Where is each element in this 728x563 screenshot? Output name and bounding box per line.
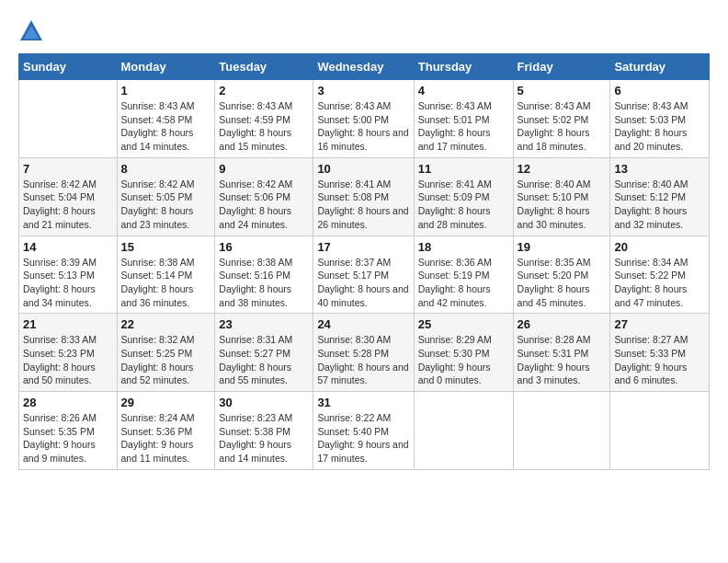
day-info: Sunrise: 8:23 AMSunset: 5:38 PMDaylight:… bbox=[219, 411, 309, 465]
day-info: Sunrise: 8:27 AMSunset: 5:33 PMDaylight:… bbox=[614, 333, 705, 387]
calendar-cell: 25Sunrise: 8:29 AMSunset: 5:30 PMDayligh… bbox=[414, 314, 513, 392]
day-info: Sunrise: 8:38 AMSunset: 5:16 PMDaylight:… bbox=[219, 256, 309, 310]
day-number: 24 bbox=[317, 317, 409, 331]
day-number: 17 bbox=[317, 240, 409, 254]
day-info: Sunrise: 8:32 AMSunset: 5:25 PMDaylight:… bbox=[121, 333, 211, 387]
calendar-week-row: 21Sunrise: 8:33 AMSunset: 5:23 PMDayligh… bbox=[19, 314, 710, 392]
day-number: 7 bbox=[23, 162, 113, 176]
day-info: Sunrise: 8:34 AMSunset: 5:22 PMDaylight:… bbox=[614, 256, 705, 310]
day-info: Sunrise: 8:43 AMSunset: 5:00 PMDaylight:… bbox=[317, 99, 409, 154]
day-info: Sunrise: 8:30 AMSunset: 5:28 PMDaylight:… bbox=[317, 333, 409, 387]
day-number: 11 bbox=[418, 162, 509, 176]
day-number: 21 bbox=[23, 317, 113, 331]
day-number: 1 bbox=[121, 84, 211, 98]
calendar-cell: 21Sunrise: 8:33 AMSunset: 5:23 PMDayligh… bbox=[19, 314, 118, 392]
calendar-cell: 29Sunrise: 8:24 AMSunset: 5:36 PMDayligh… bbox=[117, 392, 215, 470]
day-number: 20 bbox=[614, 240, 705, 254]
day-info: Sunrise: 8:41 AMSunset: 5:08 PMDaylight:… bbox=[317, 178, 409, 232]
day-info: Sunrise: 8:24 AMSunset: 5:36 PMDaylight:… bbox=[121, 411, 211, 465]
calendar-cell: 17Sunrise: 8:37 AMSunset: 5:17 PMDayligh… bbox=[313, 236, 414, 314]
calendar-cell: 5Sunrise: 8:43 AMSunset: 5:02 PMDaylight… bbox=[513, 80, 610, 158]
day-number: 18 bbox=[418, 240, 509, 254]
weekday-header: Monday bbox=[117, 54, 215, 80]
day-number: 8 bbox=[121, 162, 211, 176]
calendar-cell: 26Sunrise: 8:28 AMSunset: 5:31 PMDayligh… bbox=[513, 314, 610, 392]
calendar-cell: 15Sunrise: 8:38 AMSunset: 5:14 PMDayligh… bbox=[117, 236, 215, 314]
day-info: Sunrise: 8:26 AMSunset: 5:35 PMDaylight:… bbox=[23, 411, 113, 465]
day-number: 19 bbox=[518, 240, 607, 254]
calendar-cell: 28Sunrise: 8:26 AMSunset: 5:35 PMDayligh… bbox=[19, 392, 118, 470]
day-number: 14 bbox=[23, 240, 113, 254]
day-number: 29 bbox=[121, 396, 211, 409]
day-info: Sunrise: 8:39 AMSunset: 5:13 PMDaylight:… bbox=[23, 256, 113, 310]
calendar-cell: 27Sunrise: 8:27 AMSunset: 5:33 PMDayligh… bbox=[610, 314, 710, 392]
calendar-cell: 19Sunrise: 8:35 AMSunset: 5:20 PMDayligh… bbox=[513, 236, 610, 314]
calendar-cell: 11Sunrise: 8:41 AMSunset: 5:09 PMDayligh… bbox=[414, 157, 513, 236]
weekday-header: Saturday bbox=[610, 54, 710, 80]
calendar-week-row: 1Sunrise: 8:43 AMSunset: 4:58 PMDaylight… bbox=[19, 80, 710, 158]
weekday-header: Friday bbox=[513, 54, 610, 80]
day-number: 12 bbox=[518, 162, 607, 176]
day-number: 13 bbox=[614, 162, 705, 176]
day-number: 30 bbox=[219, 396, 309, 409]
calendar-cell: 2Sunrise: 8:43 AMSunset: 4:59 PMDaylight… bbox=[215, 80, 313, 158]
calendar-cell: 4Sunrise: 8:43 AMSunset: 5:01 PMDaylight… bbox=[414, 80, 513, 158]
calendar-cell: 20Sunrise: 8:34 AMSunset: 5:22 PMDayligh… bbox=[610, 236, 710, 314]
calendar-cell: 31Sunrise: 8:22 AMSunset: 5:40 PMDayligh… bbox=[313, 392, 414, 470]
day-number: 3 bbox=[317, 84, 409, 98]
day-info: Sunrise: 8:42 AMSunset: 5:06 PMDaylight:… bbox=[219, 178, 309, 232]
day-info: Sunrise: 8:43 AMSunset: 4:59 PMDaylight:… bbox=[219, 99, 309, 154]
day-number: 5 bbox=[518, 84, 607, 98]
day-info: Sunrise: 8:36 AMSunset: 5:19 PMDaylight:… bbox=[418, 256, 509, 310]
day-info: Sunrise: 8:41 AMSunset: 5:09 PMDaylight:… bbox=[418, 178, 509, 232]
calendar-cell bbox=[610, 392, 710, 470]
calendar-cell: 6Sunrise: 8:43 AMSunset: 5:03 PMDaylight… bbox=[610, 80, 710, 158]
logo-icon bbox=[18, 18, 44, 44]
day-info: Sunrise: 8:42 AMSunset: 5:04 PMDaylight:… bbox=[23, 178, 113, 232]
day-info: Sunrise: 8:40 AMSunset: 5:12 PMDaylight:… bbox=[614, 178, 705, 232]
day-info: Sunrise: 8:43 AMSunset: 4:58 PMDaylight:… bbox=[121, 99, 211, 154]
day-info: Sunrise: 8:35 AMSunset: 5:20 PMDaylight:… bbox=[518, 256, 607, 310]
day-info: Sunrise: 8:29 AMSunset: 5:30 PMDaylight:… bbox=[418, 333, 509, 387]
calendar-cell bbox=[19, 80, 118, 158]
calendar-table: SundayMondayTuesdayWednesdayThursdayFrid… bbox=[18, 53, 710, 470]
calendar-cell: 16Sunrise: 8:38 AMSunset: 5:16 PMDayligh… bbox=[215, 236, 313, 314]
calendar-cell: 1Sunrise: 8:43 AMSunset: 4:58 PMDaylight… bbox=[117, 80, 215, 158]
day-number: 26 bbox=[518, 317, 607, 331]
calendar-cell: 10Sunrise: 8:41 AMSunset: 5:08 PMDayligh… bbox=[313, 157, 414, 236]
day-number: 2 bbox=[219, 84, 309, 98]
day-info: Sunrise: 8:42 AMSunset: 5:05 PMDaylight:… bbox=[121, 178, 211, 232]
day-info: Sunrise: 8:43 AMSunset: 5:02 PMDaylight:… bbox=[518, 99, 607, 154]
day-number: 4 bbox=[418, 84, 509, 98]
calendar-cell: 30Sunrise: 8:23 AMSunset: 5:38 PMDayligh… bbox=[215, 392, 313, 470]
calendar-week-row: 14Sunrise: 8:39 AMSunset: 5:13 PMDayligh… bbox=[19, 236, 710, 314]
calendar-cell: 13Sunrise: 8:40 AMSunset: 5:12 PMDayligh… bbox=[610, 157, 710, 236]
calendar-cell: 18Sunrise: 8:36 AMSunset: 5:19 PMDayligh… bbox=[414, 236, 513, 314]
day-number: 23 bbox=[219, 317, 309, 331]
day-info: Sunrise: 8:22 AMSunset: 5:40 PMDaylight:… bbox=[317, 411, 409, 465]
calendar-cell bbox=[513, 392, 610, 470]
day-info: Sunrise: 8:28 AMSunset: 5:31 PMDaylight:… bbox=[518, 333, 607, 387]
day-number: 31 bbox=[317, 396, 409, 409]
day-number: 15 bbox=[121, 240, 211, 254]
page-header bbox=[18, 18, 710, 44]
day-info: Sunrise: 8:43 AMSunset: 5:01 PMDaylight:… bbox=[418, 99, 509, 154]
day-info: Sunrise: 8:37 AMSunset: 5:17 PMDaylight:… bbox=[317, 256, 409, 310]
day-number: 25 bbox=[418, 317, 509, 331]
calendar-cell: 24Sunrise: 8:30 AMSunset: 5:28 PMDayligh… bbox=[313, 314, 414, 392]
calendar-week-row: 28Sunrise: 8:26 AMSunset: 5:35 PMDayligh… bbox=[19, 392, 710, 470]
weekday-header: Tuesday bbox=[215, 54, 313, 80]
calendar-cell: 8Sunrise: 8:42 AMSunset: 5:05 PMDaylight… bbox=[117, 157, 215, 236]
calendar-cell: 23Sunrise: 8:31 AMSunset: 5:27 PMDayligh… bbox=[215, 314, 313, 392]
weekday-header: Wednesday bbox=[313, 54, 414, 80]
calendar-cell: 22Sunrise: 8:32 AMSunset: 5:25 PMDayligh… bbox=[117, 314, 215, 392]
day-info: Sunrise: 8:33 AMSunset: 5:23 PMDaylight:… bbox=[23, 333, 113, 387]
day-info: Sunrise: 8:31 AMSunset: 5:27 PMDaylight:… bbox=[219, 333, 309, 387]
day-info: Sunrise: 8:40 AMSunset: 5:10 PMDaylight:… bbox=[518, 178, 607, 232]
calendar-cell: 3Sunrise: 8:43 AMSunset: 5:00 PMDaylight… bbox=[313, 80, 414, 158]
day-number: 27 bbox=[614, 317, 705, 331]
day-number: 22 bbox=[121, 317, 211, 331]
calendar-cell: 12Sunrise: 8:40 AMSunset: 5:10 PMDayligh… bbox=[513, 157, 610, 236]
weekday-header: Thursday bbox=[414, 54, 513, 80]
day-info: Sunrise: 8:43 AMSunset: 5:03 PMDaylight:… bbox=[614, 99, 705, 154]
